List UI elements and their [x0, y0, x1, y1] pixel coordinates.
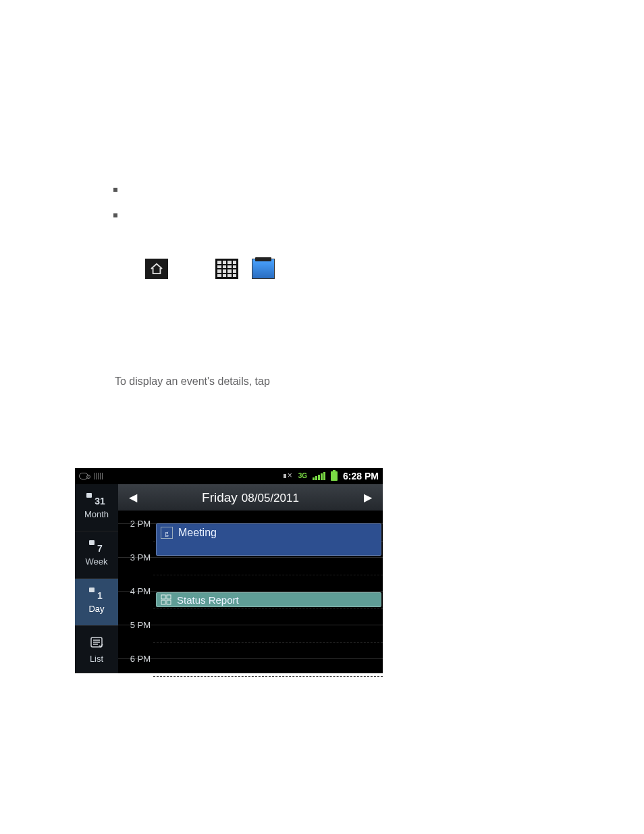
sidebar-item-label: Week [86, 556, 108, 567]
event-meeting[interactable]: g Meeting [156, 523, 381, 556]
battery-icon [331, 471, 338, 481]
caption-text: To display an event's details, tap [115, 375, 270, 388]
event-title: Status Report [177, 594, 239, 606]
apps-grid-icon [215, 259, 238, 279]
google-account-icon: g [161, 527, 173, 539]
view-sidebar: 31 Month 7 Week 1 Day List [75, 484, 118, 673]
calendar-7-icon: 7 [90, 543, 103, 554]
sidebar-item-label: Month [84, 509, 109, 519]
prev-day-button[interactable]: ◀ [126, 491, 140, 504]
sidebar-item-label: Day [88, 604, 104, 614]
hour-label: 4 PM [118, 586, 151, 596]
exchange-account-icon [161, 594, 171, 605]
calendar-1-icon: 1 [90, 590, 103, 601]
hour-label: 6 PM [118, 654, 151, 664]
svg-rect-1 [161, 595, 165, 599]
sidebar-item-month[interactable]: 31 Month [75, 484, 118, 531]
hour-label: 2 PM [118, 519, 151, 529]
sidebar-item-week[interactable]: 7 Week [75, 531, 118, 579]
list-icon [90, 635, 103, 651]
event-status-report[interactable]: Status Report [156, 592, 381, 607]
signal-icon [313, 472, 325, 480]
phone-screenshot: 3G 6:28 PM 31 Month 7 Week 1 Day [75, 468, 383, 673]
event-title: Meeting [178, 527, 217, 539]
hour-label: 5 PM [118, 620, 151, 630]
status-time: 6:28 PM [343, 471, 379, 481]
date-title[interactable]: Friday08/05/2011 [140, 490, 361, 505]
date-header: ◀ Friday08/05/2011 ▶ [118, 484, 383, 511]
home-icon [145, 259, 168, 279]
mute-icon [284, 472, 293, 480]
bullet-marker [113, 213, 124, 217]
svg-rect-3 [161, 600, 165, 604]
sidebar-item-list[interactable]: List [75, 626, 118, 673]
sidebar-item-label: List [90, 654, 103, 664]
calendar-31-icon: 31 [88, 496, 105, 506]
sidebar-item-day[interactable]: 1 Day [75, 579, 118, 626]
inline-icon-row [145, 259, 275, 279]
keyboard-status-icon [94, 473, 103, 479]
voicemail-icon [79, 473, 88, 479]
network-type: 3G [298, 473, 307, 479]
next-day-button[interactable]: ▶ [361, 491, 375, 504]
status-bar: 3G 6:28 PM [75, 468, 383, 484]
hour-grid[interactable]: 2 PM 3 PM 4 PM 5 PM 6 PM g Meeting Statu… [118, 511, 383, 673]
svg-rect-4 [167, 600, 171, 604]
bullet-marker [113, 188, 124, 192]
hour-label: 3 PM [118, 552, 151, 563]
calendar-icon [252, 259, 275, 279]
svg-rect-2 [167, 595, 171, 599]
